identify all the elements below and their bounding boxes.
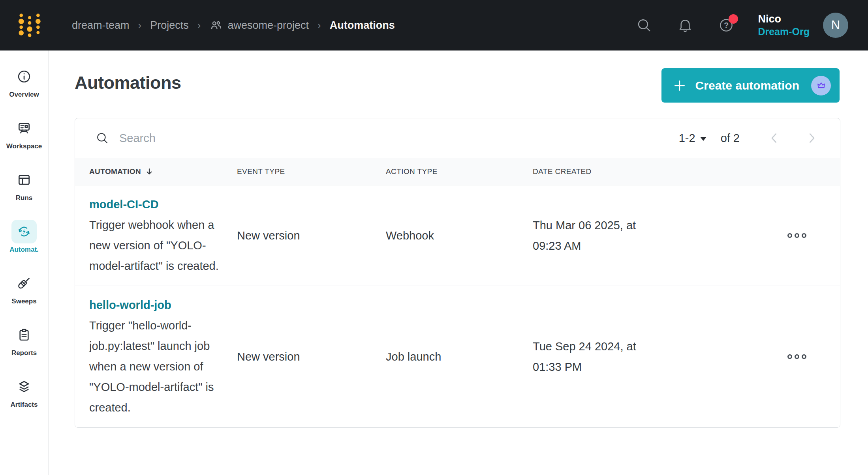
main-content: Automations Create automation	[49, 50, 868, 475]
sidebar-item-label: Sweeps	[11, 297, 36, 305]
breadcrumb: dream-team › Projects › awesome-project …	[72, 19, 395, 32]
event-type-cell: New version	[237, 350, 386, 363]
date-created-cell: Tue Sep 24 2024, at 01:33 PM	[533, 336, 655, 377]
info-icon	[17, 69, 32, 84]
project-sidebar: Overview Workspace Runs	[0, 50, 49, 475]
sidebar-item-runs[interactable]: Runs	[0, 168, 49, 202]
column-header-label: AUTOMATION	[89, 167, 141, 176]
broom-icon	[17, 276, 32, 291]
wandb-logo[interactable]	[17, 11, 42, 39]
column-header-automation[interactable]: AUTOMATION	[75, 167, 237, 176]
search-button[interactable]	[636, 17, 652, 33]
column-header-date-created[interactable]: DATE CREATED	[533, 167, 754, 176]
page-total-label: of 2	[721, 132, 740, 145]
automation-name-link[interactable]: hello-world-job	[89, 295, 171, 315]
automations-table-card: 1-2 of 2	[75, 118, 840, 428]
date-created-cell: Thu Mar 06 2025, at 09:23 AM	[533, 215, 655, 256]
topbar: dream-team › Projects › awesome-project …	[0, 0, 868, 50]
breadcrumb-current: Automations	[330, 19, 395, 32]
runs-table-icon	[17, 172, 32, 187]
pagination: 1-2 of 2	[679, 131, 819, 145]
table-row: model-CI-CD Trigger webhook when a new v…	[75, 185, 840, 286]
sort-desc-arrow-icon	[145, 167, 154, 176]
crown-icon	[816, 80, 827, 91]
breadcrumb-project-label: awesome-project	[227, 19, 309, 32]
premium-badge	[811, 76, 831, 95]
user-block[interactable]: Nico Dream-Org	[758, 13, 810, 38]
notifications-button[interactable]	[677, 17, 693, 33]
chevron-down-icon	[700, 137, 706, 141]
topbar-right: ? Nico Dream-Org N	[636, 13, 868, 38]
menu-dot-icon	[795, 354, 799, 359]
sidebar-item-label: Workspace	[6, 142, 42, 150]
table-search	[96, 131, 679, 145]
row-actions-cell	[754, 350, 840, 363]
help-button[interactable]: ?	[718, 17, 734, 33]
layers-icon	[17, 379, 32, 394]
clipboard-icon	[17, 327, 32, 342]
automations-sync-bolt-icon	[17, 224, 32, 239]
breadcrumb-separator: ›	[197, 19, 201, 32]
action-type-cell: Webhook	[386, 229, 533, 242]
create-automation-label: Create automation	[695, 79, 799, 92]
page-range-label: 1-2	[679, 132, 695, 145]
team-members-icon	[209, 19, 223, 32]
automation-cell: hello-world-job Trigger "hello-world-job…	[75, 286, 237, 427]
sidebar-item-label: Automat.	[9, 246, 39, 254]
breadcrumb-separator: ›	[318, 19, 321, 32]
menu-dot-icon	[787, 233, 792, 238]
table-toolbar: 1-2 of 2	[75, 118, 840, 158]
sidebar-item-overview[interactable]: Overview	[0, 65, 49, 99]
sidebar-item-automations[interactable]: Automat.	[0, 220, 49, 254]
sidebar-item-workspace[interactable]: Workspace	[0, 116, 49, 150]
sidebar-item-label: Artifacts	[11, 401, 38, 409]
wandb-dots-icon	[17, 11, 42, 39]
row-actions-cell	[754, 229, 840, 242]
svg-text:?: ?	[724, 21, 729, 30]
sidebar-item-label: Runs	[16, 194, 33, 202]
pagination-next-button[interactable]	[804, 131, 819, 145]
create-automation-button[interactable]: Create automation	[661, 68, 840, 103]
workspace-board-icon	[17, 121, 32, 136]
bell-icon	[677, 17, 693, 33]
breadcrumb-team[interactable]: dream-team	[72, 19, 130, 32]
pagination-prev-button[interactable]	[767, 131, 782, 145]
table-row: hello-world-job Trigger "hello-world-job…	[75, 286, 840, 427]
automation-name-link[interactable]: model-CI-CD	[89, 194, 159, 215]
automation-description: Trigger "hello-world-job.py:latest" laun…	[89, 315, 222, 418]
automation-cell: model-CI-CD Trigger webhook when a new v…	[75, 185, 237, 286]
sidebar-item-artifacts[interactable]: Artifacts	[0, 375, 49, 409]
table-header-row: AUTOMATION EVENT TYPE ACTION TYPE DATE C…	[75, 158, 840, 185]
chevron-right-icon	[804, 131, 819, 145]
breadcrumb-projects[interactable]: Projects	[150, 19, 189, 32]
notification-badge	[729, 14, 738, 24]
automation-description: Trigger webhook when a new version of "Y…	[89, 215, 222, 276]
search-input[interactable]	[119, 132, 356, 145]
sidebar-item-sweeps[interactable]: Sweeps	[0, 271, 49, 305]
search-icon	[636, 17, 652, 33]
menu-dot-icon	[787, 354, 792, 359]
breadcrumb-project[interactable]: awesome-project	[209, 19, 309, 32]
sidebar-item-label: Overview	[9, 91, 39, 99]
event-type-cell: New version	[237, 229, 386, 242]
sidebar-item-reports[interactable]: Reports	[0, 323, 49, 357]
user-org: Dream-Org	[758, 26, 810, 38]
menu-dot-icon	[795, 233, 799, 238]
menu-dot-icon	[802, 354, 806, 359]
row-menu-button[interactable]	[783, 229, 810, 242]
row-menu-button[interactable]	[783, 350, 810, 363]
page-nav	[767, 131, 819, 145]
plus-icon	[673, 79, 686, 92]
column-header-action-type[interactable]: ACTION TYPE	[386, 167, 533, 176]
page-range-dropdown[interactable]: 1-2	[679, 132, 706, 145]
column-header-event-type[interactable]: EVENT TYPE	[237, 167, 386, 176]
user-name: Nico	[758, 13, 810, 26]
avatar[interactable]: N	[823, 13, 848, 38]
breadcrumb-separator: ›	[138, 19, 142, 32]
sidebar-item-label: Reports	[11, 349, 37, 357]
search-icon	[96, 131, 109, 145]
action-type-cell: Job launch	[386, 350, 533, 363]
topbar-icon-group: ?	[636, 17, 734, 33]
chevron-left-icon	[767, 131, 782, 145]
menu-dot-icon	[802, 233, 806, 238]
